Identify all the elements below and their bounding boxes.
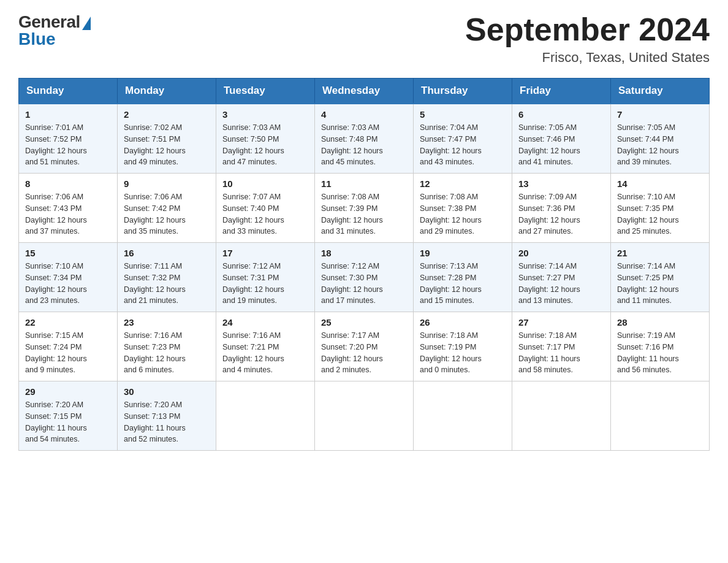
header-wednesday: Wednesday — [315, 79, 414, 104]
calendar-cell: 7Sunrise: 7:05 AMSunset: 7:44 PMDaylight… — [611, 104, 710, 174]
day-number: 16 — [124, 248, 210, 258]
calendar-week-row: 15Sunrise: 7:10 AMSunset: 7:34 PMDayligh… — [19, 243, 710, 312]
day-number: 8 — [25, 178, 111, 189]
day-number: 11 — [321, 178, 407, 189]
calendar-cell: 8Sunrise: 7:06 AMSunset: 7:43 PMDaylight… — [19, 174, 118, 243]
day-number: 9 — [124, 178, 210, 189]
day-number: 26 — [420, 317, 506, 327]
day-info: Sunrise: 7:04 AMSunset: 7:47 PMDaylight:… — [420, 122, 506, 168]
day-info: Sunrise: 7:17 AMSunset: 7:20 PMDaylight:… — [321, 330, 407, 376]
day-info: Sunrise: 7:14 AMSunset: 7:27 PMDaylight:… — [518, 261, 604, 307]
day-number: 22 — [25, 317, 111, 327]
calendar-cell: 3Sunrise: 7:03 AMSunset: 7:50 PMDaylight… — [216, 104, 315, 174]
calendar-cell: 1Sunrise: 7:01 AMSunset: 7:52 PMDaylight… — [19, 104, 118, 174]
calendar-cell: 14Sunrise: 7:10 AMSunset: 7:35 PMDayligh… — [611, 174, 710, 243]
day-number: 12 — [420, 178, 506, 189]
day-number: 24 — [222, 317, 308, 327]
day-info: Sunrise: 7:10 AMSunset: 7:35 PMDaylight:… — [617, 191, 703, 237]
day-info: Sunrise: 7:03 AMSunset: 7:48 PMDaylight:… — [321, 122, 407, 168]
day-number: 30 — [124, 386, 210, 397]
day-info: Sunrise: 7:14 AMSunset: 7:25 PMDaylight:… — [617, 261, 703, 307]
calendar-cell — [512, 381, 611, 451]
day-info: Sunrise: 7:20 AMSunset: 7:13 PMDaylight:… — [124, 399, 210, 445]
day-number: 18 — [321, 248, 407, 258]
day-number: 20 — [518, 248, 604, 258]
calendar-cell: 19Sunrise: 7:13 AMSunset: 7:28 PMDayligh… — [414, 243, 512, 312]
day-number: 2 — [124, 109, 210, 120]
day-number: 6 — [518, 109, 604, 120]
calendar-cell — [216, 381, 315, 451]
calendar-header-row: SundayMondayTuesdayWednesdayThursdayFrid… — [19, 79, 710, 104]
header-saturday: Saturday — [611, 79, 710, 104]
day-number: 14 — [617, 178, 703, 189]
header-friday: Friday — [512, 79, 611, 104]
calendar-cell: 30Sunrise: 7:20 AMSunset: 7:13 PMDayligh… — [118, 381, 216, 451]
day-number: 19 — [420, 248, 506, 258]
day-info: Sunrise: 7:18 AMSunset: 7:17 PMDaylight:… — [518, 330, 604, 376]
day-info: Sunrise: 7:15 AMSunset: 7:24 PMDaylight:… — [25, 330, 111, 376]
day-info: Sunrise: 7:16 AMSunset: 7:23 PMDaylight:… — [124, 330, 210, 376]
day-info: Sunrise: 7:05 AMSunset: 7:46 PMDaylight:… — [518, 122, 604, 168]
calendar-location: Frisco, Texas, United States — [465, 50, 710, 66]
day-info: Sunrise: 7:12 AMSunset: 7:30 PMDaylight:… — [321, 261, 407, 307]
day-number: 23 — [124, 317, 210, 327]
day-info: Sunrise: 7:13 AMSunset: 7:28 PMDaylight:… — [420, 261, 506, 307]
day-info: Sunrise: 7:01 AMSunset: 7:52 PMDaylight:… — [25, 122, 111, 168]
title-block: September 2024 Frisco, Texas, United Sta… — [465, 12, 710, 66]
logo: General Blue — [18, 12, 91, 49]
day-number: 21 — [617, 248, 703, 258]
calendar-cell: 2Sunrise: 7:02 AMSunset: 7:51 PMDaylight… — [118, 104, 216, 174]
calendar-week-row: 29Sunrise: 7:20 AMSunset: 7:15 PMDayligh… — [19, 381, 710, 451]
calendar-cell: 5Sunrise: 7:04 AMSunset: 7:47 PMDaylight… — [414, 104, 512, 174]
day-info: Sunrise: 7:02 AMSunset: 7:51 PMDaylight:… — [124, 122, 210, 168]
day-number: 29 — [25, 386, 111, 397]
day-number: 25 — [321, 317, 407, 327]
day-number: 28 — [617, 317, 703, 327]
day-info: Sunrise: 7:08 AMSunset: 7:38 PMDaylight:… — [420, 191, 506, 237]
calendar-cell: 21Sunrise: 7:14 AMSunset: 7:25 PMDayligh… — [611, 243, 710, 312]
day-info: Sunrise: 7:20 AMSunset: 7:15 PMDaylight:… — [25, 399, 111, 445]
day-info: Sunrise: 7:08 AMSunset: 7:39 PMDaylight:… — [321, 191, 407, 237]
calendar-cell: 24Sunrise: 7:16 AMSunset: 7:21 PMDayligh… — [216, 312, 315, 381]
logo-blue-text: Blue — [18, 29, 56, 49]
calendar-cell: 16Sunrise: 7:11 AMSunset: 7:32 PMDayligh… — [118, 243, 216, 312]
day-info: Sunrise: 7:05 AMSunset: 7:44 PMDaylight:… — [617, 122, 703, 168]
header-tuesday: Tuesday — [216, 79, 315, 104]
day-info: Sunrise: 7:06 AMSunset: 7:43 PMDaylight:… — [25, 191, 111, 237]
day-number: 5 — [420, 109, 506, 120]
calendar-week-row: 1Sunrise: 7:01 AMSunset: 7:52 PMDaylight… — [19, 104, 710, 174]
calendar-cell: 23Sunrise: 7:16 AMSunset: 7:23 PMDayligh… — [118, 312, 216, 381]
calendar-cell: 12Sunrise: 7:08 AMSunset: 7:38 PMDayligh… — [414, 174, 512, 243]
day-info: Sunrise: 7:09 AMSunset: 7:36 PMDaylight:… — [518, 191, 604, 237]
calendar-week-row: 22Sunrise: 7:15 AMSunset: 7:24 PMDayligh… — [19, 312, 710, 381]
calendar-cell — [611, 381, 710, 451]
day-info: Sunrise: 7:07 AMSunset: 7:40 PMDaylight:… — [222, 191, 308, 237]
page-header: General Blue September 2024 Frisco, Texa… — [18, 12, 710, 66]
day-info: Sunrise: 7:06 AMSunset: 7:42 PMDaylight:… — [124, 191, 210, 237]
calendar-table: SundayMondayTuesdayWednesdayThursdayFrid… — [18, 78, 710, 451]
calendar-cell: 15Sunrise: 7:10 AMSunset: 7:34 PMDayligh… — [19, 243, 118, 312]
day-info: Sunrise: 7:03 AMSunset: 7:50 PMDaylight:… — [222, 122, 308, 168]
day-number: 1 — [25, 109, 111, 120]
calendar-cell: 22Sunrise: 7:15 AMSunset: 7:24 PMDayligh… — [19, 312, 118, 381]
day-number: 7 — [617, 109, 703, 120]
calendar-cell: 28Sunrise: 7:19 AMSunset: 7:16 PMDayligh… — [611, 312, 710, 381]
calendar-title: September 2024 — [465, 12, 710, 47]
calendar-cell: 26Sunrise: 7:18 AMSunset: 7:19 PMDayligh… — [414, 312, 512, 381]
calendar-cell: 18Sunrise: 7:12 AMSunset: 7:30 PMDayligh… — [315, 243, 414, 312]
day-info: Sunrise: 7:18 AMSunset: 7:19 PMDaylight:… — [420, 330, 506, 376]
calendar-cell — [315, 381, 414, 451]
day-info: Sunrise: 7:11 AMSunset: 7:32 PMDaylight:… — [124, 261, 210, 307]
day-number: 10 — [222, 178, 308, 189]
calendar-cell: 4Sunrise: 7:03 AMSunset: 7:48 PMDaylight… — [315, 104, 414, 174]
calendar-cell: 20Sunrise: 7:14 AMSunset: 7:27 PMDayligh… — [512, 243, 611, 312]
calendar-cell: 25Sunrise: 7:17 AMSunset: 7:20 PMDayligh… — [315, 312, 414, 381]
calendar-cell: 9Sunrise: 7:06 AMSunset: 7:42 PMDaylight… — [118, 174, 216, 243]
calendar-week-row: 8Sunrise: 7:06 AMSunset: 7:43 PMDaylight… — [19, 174, 710, 243]
calendar-cell: 10Sunrise: 7:07 AMSunset: 7:40 PMDayligh… — [216, 174, 315, 243]
calendar-cell — [414, 381, 512, 451]
calendar-cell: 17Sunrise: 7:12 AMSunset: 7:31 PMDayligh… — [216, 243, 315, 312]
day-info: Sunrise: 7:10 AMSunset: 7:34 PMDaylight:… — [25, 261, 111, 307]
calendar-cell: 13Sunrise: 7:09 AMSunset: 7:36 PMDayligh… — [512, 174, 611, 243]
day-number: 4 — [321, 109, 407, 120]
